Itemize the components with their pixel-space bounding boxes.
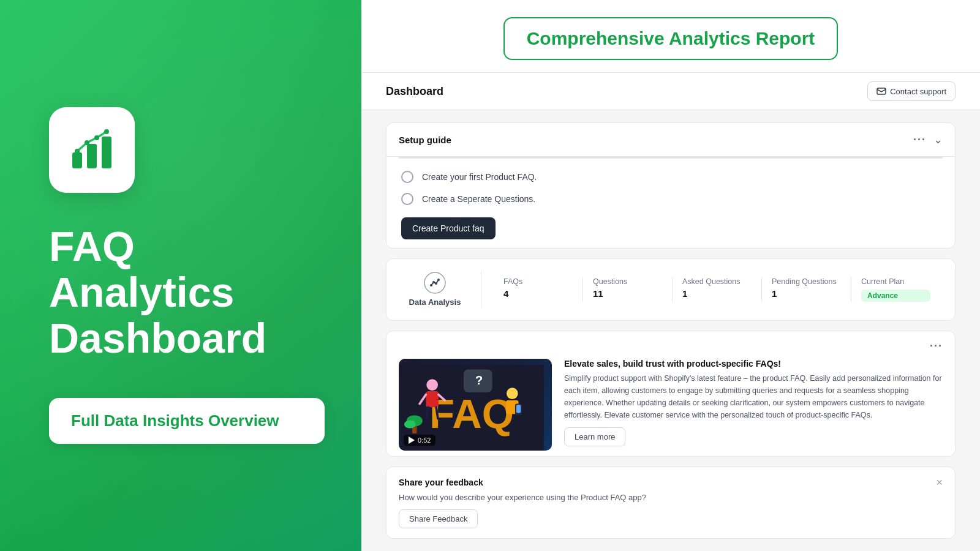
play-icon bbox=[409, 437, 415, 444]
data-card-row: Data Analysis FAQs 4 Questions 11 Asked … bbox=[401, 271, 940, 308]
svg-point-3 bbox=[75, 149, 80, 154]
svg-point-4 bbox=[85, 140, 89, 145]
insights-highlight: Insights Overview bbox=[143, 411, 279, 430]
svg-point-9 bbox=[430, 284, 432, 287]
dashboard-nav: Dashboard Contact support bbox=[361, 73, 980, 110]
faq-promo-inner: FAQ ? bbox=[386, 353, 955, 457]
stats-grid: FAQs 4 Questions 11 Asked Questions 1 Pe… bbox=[494, 277, 940, 302]
video-duration: 0:52 bbox=[404, 435, 435, 446]
faq-video-thumbnail: FAQ ? bbox=[399, 359, 552, 451]
stat-plan: Current Plan Advance bbox=[851, 277, 940, 302]
right-panel: Comprehensive Analytics Report Dashboard… bbox=[361, 0, 980, 551]
support-icon bbox=[876, 86, 886, 96]
faq-promo-header: ··· bbox=[386, 331, 955, 353]
hero-title: FAQAnalyticsDashboard bbox=[49, 223, 325, 361]
stat-asked-label: Asked Questions bbox=[682, 277, 752, 286]
faq-promo-card: ··· FAQ ? bbox=[386, 331, 956, 457]
setup-item-1-text: Create your first Product FAQ. bbox=[422, 172, 537, 182]
duration-label: 0:52 bbox=[418, 437, 431, 444]
data-analysis-icon bbox=[424, 272, 446, 294]
svg-rect-26 bbox=[516, 405, 521, 413]
svg-point-5 bbox=[94, 135, 99, 140]
learn-more-button[interactable]: Learn more bbox=[564, 427, 625, 446]
report-title-highlight: Analytics Report bbox=[669, 28, 815, 48]
stat-questions-value: 11 bbox=[593, 288, 662, 299]
setup-item-1-radio[interactable] bbox=[401, 171, 413, 183]
create-faq-button[interactable]: Create Product faq bbox=[401, 217, 496, 239]
share-feedback-button[interactable]: Share Feedback bbox=[399, 509, 478, 528]
stat-questions-label: Questions bbox=[593, 277, 662, 286]
svg-rect-2 bbox=[102, 137, 111, 168]
feedback-description: How would you describe your experience u… bbox=[399, 493, 943, 502]
feedback-close-button[interactable]: × bbox=[936, 477, 943, 488]
feedback-card: Share your feedback × How would you desc… bbox=[386, 467, 956, 539]
report-title-box: Comprehensive Analytics Report bbox=[503, 17, 839, 60]
left-panel: FAQAnalyticsDashboard Full Data Insights… bbox=[0, 0, 361, 551]
setup-guide-more-button[interactable]: ··· bbox=[913, 133, 926, 146]
svg-point-6 bbox=[104, 129, 109, 134]
setup-item-2-radio[interactable] bbox=[401, 193, 413, 205]
faq-promo-more-button[interactable]: ··· bbox=[930, 340, 943, 353]
contact-support-label: Contact support bbox=[890, 87, 946, 96]
faq-promo-text: Elevate sales, build trust with product-… bbox=[564, 359, 943, 451]
dashboard-header: Comprehensive Analytics Report bbox=[361, 0, 980, 73]
report-title-bold: Comprehensive bbox=[527, 28, 665, 48]
dashboard-content: Setup guide ··· ⌄ Create your first Prod… bbox=[361, 110, 980, 551]
logo-icon bbox=[67, 126, 116, 174]
svg-text:?: ? bbox=[475, 372, 483, 386]
setup-guide-title: Setup guide bbox=[399, 135, 451, 145]
setup-guide-header: Setup guide ··· ⌄ bbox=[386, 123, 955, 157]
stat-faqs-value: 4 bbox=[503, 288, 573, 299]
svg-point-10 bbox=[432, 281, 435, 283]
stat-pending-value: 1 bbox=[772, 288, 841, 299]
svg-rect-0 bbox=[72, 152, 82, 168]
data-analysis-card: Data Analysis FAQs 4 Questions 11 Asked … bbox=[386, 258, 956, 321]
stat-plan-label: Current Plan bbox=[861, 277, 930, 286]
setup-item-2-text: Create a Seperate Questions. bbox=[422, 194, 535, 204]
faq-promo-description: Simplify product support with Shopify's … bbox=[564, 372, 943, 421]
svg-point-23 bbox=[507, 388, 518, 399]
stat-questions: Questions 11 bbox=[583, 277, 673, 302]
svg-point-29 bbox=[404, 420, 416, 428]
stat-pending: Pending Questions 1 bbox=[762, 277, 851, 302]
stat-faqs-label: FAQs bbox=[503, 277, 573, 286]
insights-badge-text: Full Data Insights Overview bbox=[71, 411, 279, 430]
svg-point-17 bbox=[426, 379, 438, 391]
stat-pending-label: Pending Questions bbox=[772, 277, 841, 286]
setup-guide-card: Setup guide ··· ⌄ Create your first Prod… bbox=[386, 122, 956, 249]
advance-badge: Advance bbox=[861, 290, 930, 302]
svg-rect-1 bbox=[87, 144, 97, 168]
svg-rect-18 bbox=[426, 391, 439, 407]
svg-point-11 bbox=[435, 282, 437, 285]
faq-promo-title: Elevate sales, build trust with product-… bbox=[564, 359, 943, 369]
logo-box bbox=[49, 107, 135, 193]
report-title: Comprehensive Analytics Report bbox=[527, 28, 815, 48]
setup-item-1: Create your first Product FAQ. bbox=[401, 171, 940, 183]
feedback-header: Share your feedback × bbox=[399, 477, 943, 488]
contact-support-button[interactable]: Contact support bbox=[867, 81, 956, 101]
stat-faqs: FAQs 4 bbox=[494, 277, 583, 302]
stat-asked: Asked Questions 1 bbox=[673, 277, 762, 302]
setup-item-2: Create a Seperate Questions. bbox=[401, 193, 940, 205]
insights-badge: Full Data Insights Overview bbox=[49, 398, 325, 444]
dashboard-nav-title: Dashboard bbox=[386, 85, 443, 98]
stat-asked-value: 1 bbox=[682, 288, 752, 299]
data-analysis-label: Data Analysis bbox=[409, 298, 461, 307]
setup-guide-actions: ··· ⌄ bbox=[913, 133, 943, 146]
setup-guide-collapse-button[interactable]: ⌄ bbox=[933, 133, 943, 146]
divider-1 bbox=[481, 271, 481, 308]
insights-bold: Full Data bbox=[71, 411, 138, 430]
setup-items: Create your first Product FAQ. Create a … bbox=[386, 159, 955, 249]
data-analysis-section: Data Analysis bbox=[401, 272, 469, 307]
svg-point-12 bbox=[437, 279, 440, 281]
feedback-title: Share your feedback bbox=[399, 478, 483, 487]
svg-rect-7 bbox=[877, 88, 886, 94]
